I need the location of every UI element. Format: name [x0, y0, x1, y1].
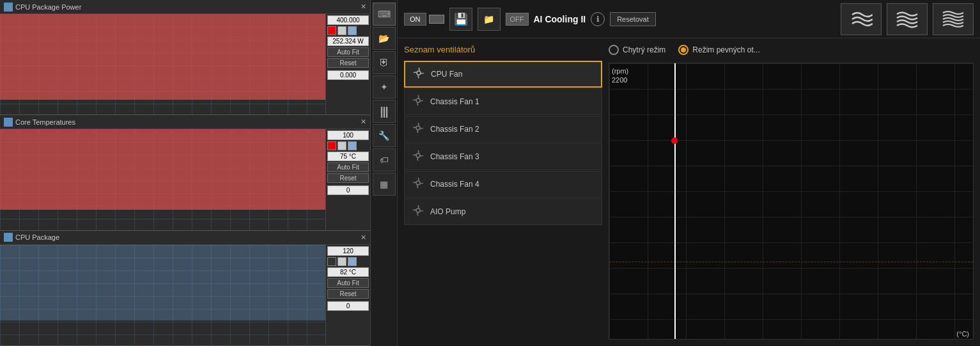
graph-y-label: (rpm): [612, 67, 628, 75]
chart-close-1[interactable]: ✕: [361, 3, 366, 11]
fan-item-chassis-3[interactable]: Chassis Fan 3: [404, 143, 602, 170]
chart-current-value-1: 252.324 W: [327, 36, 369, 46]
sidebar-icon-folder[interactable]: 📂: [373, 27, 396, 50]
folder-button[interactable]: 📁: [478, 8, 501, 31]
fan-item-cpu-fan[interactable]: CPU Fan: [404, 61, 602, 88]
chart-color-red-2[interactable]: [327, 141, 336, 150]
chart-autofit-1[interactable]: Auto Fit: [327, 47, 369, 57]
chart-header-1: CPU Package Power ✕: [0, 0, 370, 14]
bars-icon: |||: [380, 105, 387, 118]
fan-item-icon-chassis-3: [412, 150, 424, 164]
fan-item-chassis-4[interactable]: Chassis Fan 4: [404, 171, 602, 198]
mode-row: Chytrý režim Režim pevných ot...: [609, 45, 974, 55]
chart-color-blue-1[interactable]: [348, 26, 357, 35]
fan-graph-container[interactable]: (rpm) 2200 (°C): [609, 63, 974, 340]
sidebar-icon-grid[interactable]: ▦: [373, 173, 396, 196]
toggle-switch[interactable]: [429, 15, 444, 24]
sidebar-icon-tag[interactable]: 🏷: [373, 148, 396, 171]
graph-grid: [609, 63, 973, 339]
sidebar-icon-bars[interactable]: |||: [373, 100, 396, 123]
off-toggle[interactable]: OFF: [506, 13, 529, 26]
radio-fixed-dot: [681, 47, 686, 52]
chart-top-value-2: 100: [327, 130, 369, 140]
chart-color-blue-3[interactable]: [348, 257, 357, 266]
fan-item-icon-chassis-1: [412, 95, 424, 109]
on-toggle[interactable]: ON: [404, 13, 444, 26]
chart-color-gray-1[interactable]: [338, 26, 346, 35]
chart-controls-1: Auto Fit Reset: [327, 47, 369, 68]
on-label[interactable]: ON: [404, 13, 426, 26]
chart-color-gray-3[interactable]: [338, 257, 346, 266]
chart-title-2: Core Temperatures: [4, 118, 75, 127]
wrench-icon: 🔧: [378, 130, 389, 141]
chart-bottom-value-2: 0: [327, 185, 369, 195]
svg-point-2: [416, 126, 420, 130]
sidebar-icon-shield[interactable]: ⛨: [373, 51, 396, 74]
chart-icon-1: [4, 3, 13, 12]
off-label[interactable]: OFF: [506, 13, 529, 26]
fan-item-chassis-1[interactable]: Chassis Fan 1: [404, 88, 602, 115]
chart-title-1: CPU Package Power: [4, 3, 81, 12]
info-icon: ℹ: [596, 15, 600, 24]
chart-sidebar-2: 100 75 °C Auto Fit Reset 0: [325, 129, 370, 230]
fan-item-chassis-2[interactable]: Chassis Fan 2: [404, 116, 602, 143]
fan-item-label-chassis-3: Chassis Fan 3: [430, 152, 479, 161]
fan-item-icon-aio: [412, 205, 424, 219]
chart-close-2[interactable]: ✕: [361, 118, 366, 126]
chart-header-2: Core Temperatures ✕: [0, 115, 370, 129]
chart-close-3[interactable]: ✕: [361, 233, 366, 242]
shield-icon: ⛨: [379, 57, 389, 68]
folder-icon-btn: 📁: [483, 14, 494, 24]
chart-color-red-1[interactable]: [327, 26, 336, 35]
chart-top-value-1: 400.000: [327, 15, 369, 25]
chart-icon-3: [4, 233, 13, 242]
chart-autofit-2[interactable]: Auto Fit: [327, 162, 369, 172]
mode-smart[interactable]: Chytrý režim: [609, 45, 665, 55]
tag-icon: 🏷: [380, 155, 389, 165]
mode-smart-label: Chytrý režim: [623, 45, 665, 54]
graph-x-label: (°C): [956, 330, 969, 338]
ai-cooling-label: AI Cooling II: [534, 14, 586, 24]
wind-button-3[interactable]: [933, 3, 974, 35]
chart-color-dark-3[interactable]: [327, 257, 336, 266]
chart-bottom-value-3: 0: [327, 301, 369, 311]
chart-color-gray-2[interactable]: [338, 141, 346, 150]
chart-cpu-package-power: CPU Package Power ✕ 400.000 252.324 W Au…: [0, 0, 370, 115]
sidebar-icon-star[interactable]: ✦: [373, 75, 396, 98]
wind-button-1[interactable]: [841, 3, 882, 35]
save-button[interactable]: 💾: [449, 8, 472, 31]
chart-area-1: 400.000 252.324 W Auto Fit Reset 0.000: [0, 14, 370, 114]
fan-content: Seznam ventilátorů CPU Fan: [398, 38, 980, 346]
chart-controls-3: Auto Fit Reset: [327, 278, 369, 299]
fan-item-label-chassis-1: Chassis Fan 1: [430, 97, 479, 106]
chart-label-3: CPU Package: [15, 233, 59, 241]
sidebar-icon-keyboard[interactable]: ⌨: [373, 3, 396, 26]
chart-color-row-3: [327, 257, 369, 266]
radio-fixed[interactable]: [678, 45, 688, 55]
info-button[interactable]: ℹ: [591, 12, 605, 26]
chart-color-row-2: [327, 141, 369, 150]
chart-area-3: 120 82 °C Auto Fit Reset 0: [0, 245, 370, 345]
chart-controls-2: Auto Fit Reset: [327, 162, 369, 183]
chart-autofit-3[interactable]: Auto Fit: [327, 278, 369, 288]
wind-button-2[interactable]: [887, 3, 928, 35]
fan-list-title: Seznam ventilátorů: [404, 45, 602, 54]
chart-reset-3[interactable]: Reset: [327, 289, 369, 299]
radio-smart[interactable]: [609, 45, 619, 55]
chart-canvas-3: [0, 245, 325, 345]
resetovat-button[interactable]: Resetovat: [610, 12, 656, 26]
fan-item-icon-cpu: [413, 67, 424, 81]
svg-point-3: [416, 153, 420, 157]
fan-item-aio-pump[interactable]: AIO Pump: [404, 198, 602, 225]
chart-reset-1[interactable]: Reset: [327, 58, 369, 68]
middle-sidebar: ⌨ 📂 ⛨ ✦ ||| 🔧 🏷 ▦: [371, 0, 398, 346]
chart-core-temperatures: Core Temperatures ✕ 100 75 °C Auto Fit R…: [0, 115, 370, 230]
wind-icon-2: [896, 10, 919, 29]
chart-color-blue-2[interactable]: [348, 141, 357, 150]
fan-item-icon-chassis-4: [412, 177, 424, 191]
chart-reset-2[interactable]: Reset: [327, 173, 369, 183]
fan-item-label-chassis-2: Chassis Fan 2: [430, 125, 479, 134]
sidebar-icon-wrench[interactable]: 🔧: [373, 124, 396, 147]
svg-point-5: [416, 208, 420, 212]
mode-fixed[interactable]: Režim pevných ot...: [678, 45, 759, 55]
